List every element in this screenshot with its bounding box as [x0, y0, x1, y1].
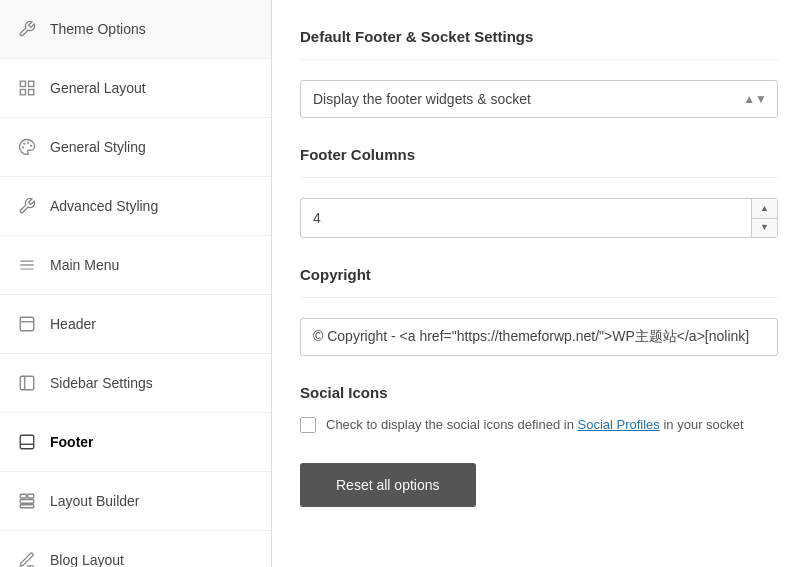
- svg-rect-3: [29, 90, 34, 95]
- svg-point-6: [24, 143, 25, 144]
- svg-rect-1: [29, 81, 34, 86]
- footer-columns-input[interactable]: [301, 200, 751, 236]
- copyright-input[interactable]: [300, 318, 778, 356]
- sidebar-item-label-layout-builder: Layout Builder: [50, 493, 140, 509]
- copyright-title: Copyright: [300, 266, 778, 283]
- svg-rect-18: [28, 494, 34, 498]
- footer-columns-title: Footer Columns: [300, 146, 778, 163]
- advanced-icon: [16, 195, 38, 217]
- blog-icon: [16, 549, 38, 567]
- sidebar-item-label-blog-layout: Blog Layout: [50, 552, 124, 567]
- sidebar-item-label-theme-options: Theme Options: [50, 21, 146, 37]
- footer-columns-section: Footer Columns ▲ ▼: [300, 146, 778, 238]
- social-icons-checkbox[interactable]: [300, 417, 316, 433]
- sidebar-settings-icon: [16, 372, 38, 394]
- sidebar-item-label-general-styling: General Styling: [50, 139, 146, 155]
- reset-all-options-button[interactable]: Reset all options: [300, 463, 476, 507]
- svg-rect-20: [20, 505, 34, 508]
- number-increment-button[interactable]: ▲: [752, 199, 777, 219]
- social-icons-title: Social Icons: [300, 384, 778, 401]
- sidebar-item-label-footer: Footer: [50, 434, 94, 450]
- layout-grid-icon: [16, 77, 38, 99]
- header-icon: [16, 313, 38, 335]
- svg-rect-13: [20, 376, 34, 390]
- sidebar-item-label-main-menu: Main Menu: [50, 257, 119, 273]
- wrench-icon: [16, 18, 38, 40]
- footer-columns-input-wrapper: ▲ ▼: [300, 198, 778, 238]
- svg-rect-10: [20, 268, 34, 269]
- menu-icon: [16, 254, 38, 276]
- sidebar-item-label-sidebar-settings: Sidebar Settings: [50, 375, 153, 391]
- social-profiles-link[interactable]: Social Profiles: [577, 417, 659, 432]
- footer-display-select-wrapper: Display the footer widgets & socket Hide…: [300, 80, 778, 118]
- sidebar-item-header[interactable]: Header: [0, 295, 271, 354]
- sidebar-item-label-header: Header: [50, 316, 96, 332]
- builder-icon: [16, 490, 38, 512]
- copyright-section: Copyright: [300, 266, 778, 356]
- number-spinners: ▲ ▼: [751, 199, 777, 237]
- svg-point-5: [31, 146, 32, 147]
- svg-point-7: [23, 147, 24, 148]
- svg-point-4: [28, 143, 29, 144]
- sidebar-item-main-menu[interactable]: Main Menu: [0, 236, 271, 295]
- sidebar: Theme Options General Layout General Sty…: [0, 0, 272, 567]
- sidebar-item-sidebar-settings[interactable]: Sidebar Settings: [0, 354, 271, 413]
- footer-display-select[interactable]: Display the footer widgets & socket Hide…: [301, 81, 777, 117]
- svg-rect-17: [20, 494, 26, 498]
- svg-rect-2: [20, 90, 25, 95]
- sidebar-item-layout-builder[interactable]: Layout Builder: [0, 472, 271, 531]
- social-icons-label: Check to display the social icons define…: [326, 415, 744, 435]
- svg-rect-15: [20, 435, 34, 449]
- svg-rect-19: [20, 500, 34, 504]
- section-divider-3: [300, 297, 778, 298]
- number-decrement-button[interactable]: ▼: [752, 219, 777, 238]
- svg-rect-11: [20, 317, 34, 331]
- sidebar-item-general-layout[interactable]: General Layout: [0, 59, 271, 118]
- sidebar-item-advanced-styling[interactable]: Advanced Styling: [0, 177, 271, 236]
- sidebar-item-label-advanced-styling: Advanced Styling: [50, 198, 158, 214]
- svg-rect-9: [20, 261, 34, 262]
- social-icons-checkbox-row: Check to display the social icons define…: [300, 415, 778, 435]
- default-footer-section: Default Footer & Socket Settings Display…: [300, 28, 778, 118]
- section-divider-1: [300, 59, 778, 60]
- paint-icon: [16, 136, 38, 158]
- default-footer-title: Default Footer & Socket Settings: [300, 28, 778, 45]
- footer-icon: [16, 431, 38, 453]
- sidebar-item-blog-layout[interactable]: Blog Layout: [0, 531, 271, 567]
- sidebar-item-general-styling[interactable]: General Styling: [0, 118, 271, 177]
- sidebar-item-label-general-layout: General Layout: [50, 80, 146, 96]
- svg-rect-0: [20, 81, 25, 86]
- social-icons-section: Social Icons Check to display the social…: [300, 384, 778, 435]
- section-divider-2: [300, 177, 778, 178]
- main-content: Default Footer & Socket Settings Display…: [272, 0, 806, 567]
- sidebar-item-footer[interactable]: Footer: [0, 413, 271, 472]
- sidebar-item-theme-options[interactable]: Theme Options: [0, 0, 271, 59]
